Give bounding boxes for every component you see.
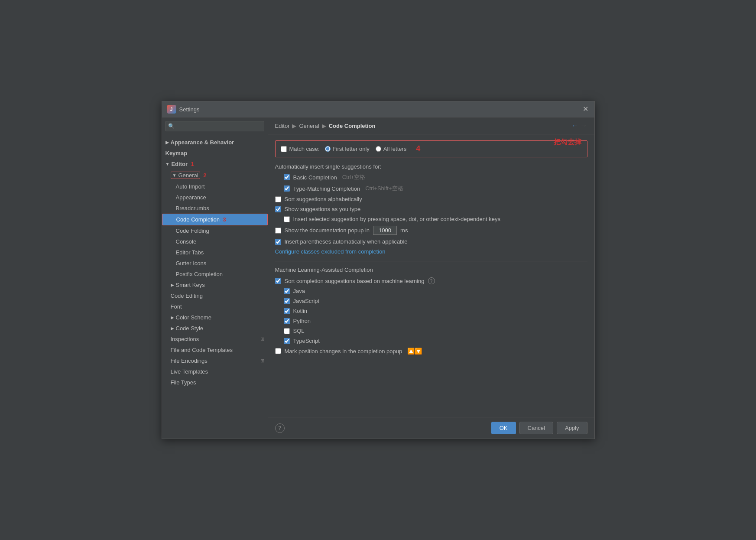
breadcrumb-arrow-2: ▶ bbox=[322, 123, 326, 129]
breadcrumb-editor[interactable]: Editor bbox=[275, 123, 290, 129]
radio-group: First letter only All letters bbox=[325, 146, 407, 152]
doc-popup-ms-input[interactable]: 1000 bbox=[373, 226, 397, 235]
footer-right: OK Cancel Apply bbox=[491, 422, 587, 434]
configure-classes-link[interactable]: Configure classes excluded from completi… bbox=[275, 248, 587, 255]
ml-python-checkbox[interactable] bbox=[284, 318, 290, 324]
search-input[interactable] bbox=[165, 121, 264, 131]
sidebar-item-postfix-completion[interactable]: Postfix Completion bbox=[162, 269, 268, 280]
ml-kotlin-checkbox[interactable] bbox=[284, 308, 290, 314]
expand-arrow: ▶ bbox=[171, 283, 174, 287]
nav-arrows: ← → bbox=[572, 122, 587, 130]
help-button[interactable]: ? bbox=[275, 423, 285, 433]
sidebar-item-color-scheme[interactable]: ▶ Color Scheme bbox=[162, 312, 268, 323]
sidebar-item-appearance[interactable]: Appearance bbox=[162, 192, 268, 203]
settings-dialog: J Settings ✕ 🔍 ▶ Appearance & Behavior bbox=[162, 101, 595, 439]
sidebar-item-auto-import[interactable]: Auto Import bbox=[162, 181, 268, 192]
cancel-button[interactable]: Cancel bbox=[519, 422, 553, 434]
ml-sort-checkbox[interactable] bbox=[275, 278, 281, 284]
title-bar: J Settings ✕ bbox=[162, 101, 594, 117]
annotation-ba-qu: 把勾去掉 bbox=[554, 138, 581, 147]
expand-arrow: ▼ bbox=[172, 173, 177, 178]
dialog-body: 🔍 ▶ Appearance & Behavior Keymap ▼ Edito bbox=[162, 117, 594, 439]
apply-button[interactable]: Apply bbox=[557, 422, 587, 434]
close-button[interactable]: ✕ bbox=[582, 106, 589, 113]
sidebar-item-file-code-templates[interactable]: File and Code Templates bbox=[162, 345, 268, 355]
match-case-label[interactable]: Match case: bbox=[281, 146, 320, 152]
sidebar-item-editor-tabs[interactable]: Editor Tabs bbox=[162, 247, 268, 258]
sidebar-item-code-style[interactable]: ▶ Code Style bbox=[162, 323, 268, 334]
ml-python-row: Python bbox=[284, 318, 587, 324]
ml-languages: Java JavaScript Kotlin Pyt bbox=[284, 288, 587, 344]
sidebar-item-live-templates[interactable]: Live Templates bbox=[162, 366, 268, 377]
expand-arrow: ▼ bbox=[165, 162, 170, 166]
sidebar-item-general[interactable]: ▼ General 2 bbox=[162, 169, 268, 181]
ml-typescript-row: TypeScript bbox=[284, 338, 587, 344]
sidebar-item-appearance-behavior[interactable]: ▶ Appearance & Behavior bbox=[162, 137, 268, 148]
title-bar-left: J Settings bbox=[167, 105, 200, 114]
mark-position-checkbox[interactable] bbox=[275, 348, 281, 354]
sidebar-item-gutter-icons[interactable]: Gutter Icons bbox=[162, 258, 268, 269]
match-case-box: Match case: First letter only All letter… bbox=[275, 140, 587, 157]
ml-typescript-checkbox[interactable] bbox=[284, 338, 290, 344]
sidebar-item-breadcrumbs[interactable]: Breadcrumbs bbox=[162, 203, 268, 214]
sidebar-item-font[interactable]: Font bbox=[162, 301, 268, 312]
ml-kotlin-row: Kotlin bbox=[284, 308, 587, 314]
mark-position-row: Mark position changes in the completion … bbox=[275, 348, 587, 355]
code-completion-annotation: 3 bbox=[221, 216, 226, 223]
sidebar-item-code-editing[interactable]: Code Editing bbox=[162, 290, 268, 301]
content-panel: Editor ▶ General ▶ Code Completion ← → 把… bbox=[268, 117, 594, 439]
sidebar-item-smart-keys[interactable]: ▶ Smart Keys bbox=[162, 280, 268, 290]
radio-all-input[interactable] bbox=[376, 146, 381, 152]
ml-java-checkbox[interactable] bbox=[284, 288, 290, 294]
insert-selected-checkbox[interactable] bbox=[284, 216, 290, 222]
radio-first-input[interactable] bbox=[325, 146, 331, 152]
match-case-checkbox[interactable] bbox=[281, 146, 287, 152]
footer: ? OK Cancel Apply bbox=[268, 417, 594, 439]
sort-alpha-checkbox[interactable] bbox=[275, 196, 281, 202]
forward-button[interactable]: → bbox=[581, 122, 587, 130]
basic-completion-row: Basic Completion Ctrl+空格 bbox=[275, 173, 587, 181]
radio-all-letters[interactable]: All letters bbox=[376, 146, 406, 152]
general-annotation: 2 bbox=[202, 172, 207, 179]
type-matching-checkbox[interactable] bbox=[284, 185, 290, 192]
inspections-badge: ⊞ bbox=[260, 336, 264, 342]
insert-parens-checkbox[interactable] bbox=[275, 239, 281, 245]
basic-completion-checkbox[interactable] bbox=[284, 174, 290, 180]
expand-arrow: ▶ bbox=[165, 140, 169, 145]
breadcrumb-arrow-1: ▶ bbox=[292, 123, 296, 129]
file-encodings-badge: ⊞ bbox=[260, 358, 264, 364]
breadcrumb-general[interactable]: General bbox=[299, 123, 319, 129]
show-doc-popup-checkbox[interactable] bbox=[275, 228, 281, 234]
expand-arrow: ▶ bbox=[171, 315, 174, 320]
ml-sql-checkbox[interactable] bbox=[284, 328, 290, 334]
sort-arrows-icon: 🔼🔽 bbox=[407, 348, 422, 355]
breadcrumb: Editor ▶ General ▶ Code Completion bbox=[275, 123, 376, 129]
sidebar-item-code-completion[interactable]: Code Completion 3 bbox=[162, 214, 268, 225]
sidebar-item-file-encodings[interactable]: File Encodings ⊞ bbox=[162, 355, 268, 366]
sidebar-item-code-folding[interactable]: Code Folding bbox=[162, 225, 268, 236]
ml-info-icon[interactable]: ? bbox=[428, 277, 435, 284]
ml-js-checkbox[interactable] bbox=[284, 298, 290, 304]
sidebar-item-file-types[interactable]: File Types bbox=[162, 377, 268, 388]
window-title: Settings bbox=[179, 106, 200, 113]
annotation-4: 4 bbox=[416, 144, 420, 153]
ml-section-title: Machine Learning-Assisted Completion bbox=[275, 267, 587, 273]
show-doc-popup-row: Show the documentation popup in 1000 ms bbox=[275, 226, 587, 235]
sort-alpha-row: Sort suggestions alphabetically bbox=[275, 196, 587, 202]
auto-insert-label: Automatically insert single suggestions … bbox=[275, 163, 587, 170]
show-suggestions-checkbox[interactable] bbox=[275, 206, 281, 212]
sidebar-item-keymap[interactable]: Keymap bbox=[162, 148, 268, 159]
section-separator bbox=[275, 261, 587, 261]
ok-button[interactable]: OK bbox=[491, 422, 516, 434]
footer-left: ? bbox=[275, 423, 285, 433]
content-header: Editor ▶ General ▶ Code Completion ← → bbox=[268, 117, 594, 134]
ml-java-row: Java bbox=[284, 288, 587, 294]
sidebar-item-editor[interactable]: ▼ Editor 1 bbox=[162, 159, 268, 169]
radio-first-letter[interactable]: First letter only bbox=[325, 146, 370, 152]
sidebar-item-inspections[interactable]: Inspections ⊞ bbox=[162, 334, 268, 345]
sidebar-item-console[interactable]: Console bbox=[162, 236, 268, 247]
search-box: 🔍 bbox=[162, 117, 268, 135]
expand-arrow: ▶ bbox=[171, 326, 174, 331]
back-button[interactable]: ← bbox=[572, 122, 579, 130]
app-icon: J bbox=[167, 105, 176, 114]
